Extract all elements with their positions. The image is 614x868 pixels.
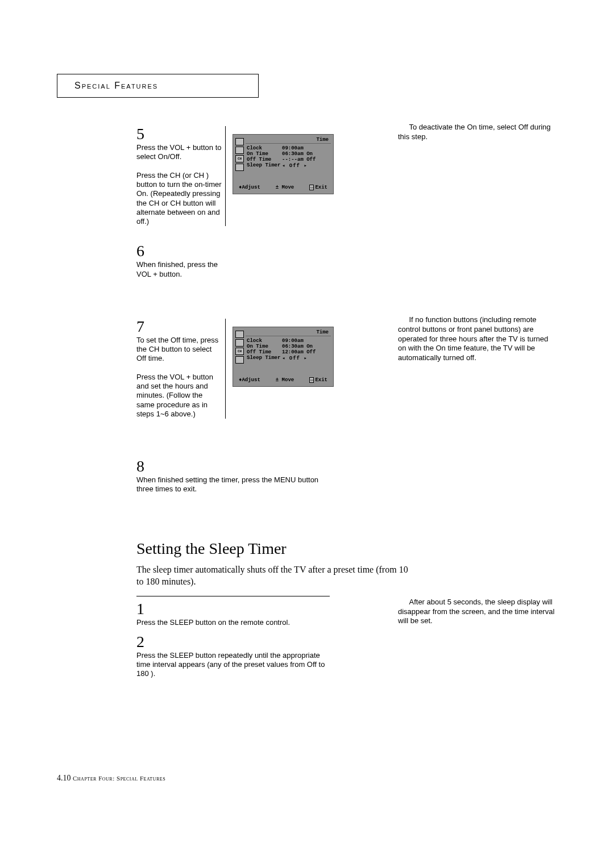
osd-title-row: Time: [246, 137, 331, 144]
osd-title-row: Time: [246, 329, 331, 336]
text: (or: [182, 171, 194, 180]
osd-line: Sleep Timer◂ Off ▸: [246, 355, 331, 361]
osd-main: Time Clock09:00am On Time06:30am On Off …: [246, 137, 331, 171]
osd-value: 06:30am On: [282, 151, 313, 157]
text: Press the: [136, 143, 170, 152]
section-title: Setting the Sleep Timer: [136, 540, 557, 558]
osd-title: Time: [316, 137, 329, 143]
osd-icon: [235, 138, 244, 145]
chapter-header-box: Special Features: [57, 74, 259, 98]
osd-exit: ▭Exit: [309, 377, 327, 383]
osd-value: 12:00am Off: [282, 349, 316, 355]
osd-icon: [235, 164, 244, 171]
text: Press the: [136, 171, 170, 180]
osd-line: Clock09:00am: [246, 338, 331, 344]
osd-label: Clock: [247, 338, 282, 344]
osd-line: On Time06:30am On: [246, 344, 331, 349]
osd-sidebar-icons: CH: [235, 329, 244, 364]
step-6-text: 6 When finished, press the VOL + button.: [136, 243, 225, 279]
footer-chapter: Chapter Four: Special Features: [73, 775, 165, 782]
sleep-steps: 1 Press the SLEEP button on the remote c…: [136, 601, 333, 679]
text: To set the Off time, press the CH button…: [136, 336, 218, 363]
osd-value: 06:30am On: [282, 344, 313, 349]
step-7-row: 7 To set the Off time, press the CH butt…: [136, 319, 557, 419]
text: CH: [170, 171, 182, 180]
osd-label: On Time: [247, 344, 282, 349]
step-8-text: 8 When finished setting the timer, press…: [136, 458, 333, 494]
step-number: 2: [136, 634, 330, 650]
osd-line: Off Time12:00am Off: [246, 349, 331, 355]
page-number: 4.10: [57, 774, 71, 782]
osd-value: ◂ Off ▸: [282, 355, 308, 361]
step-7-text: 7 To set the Off time, press the CH butt…: [136, 319, 226, 419]
osd-icon: CH: [235, 155, 244, 162]
osd-icon: [235, 147, 244, 154]
section-lead: The sleep timer automatically shuts off …: [136, 564, 409, 588]
note-1: To deactivate the On time, select Off du…: [398, 123, 557, 142]
osd-icon: [235, 356, 244, 364]
osd-footer: ♦Adjust ± Move ▭Exit: [235, 373, 331, 384]
step-number: 8: [136, 458, 330, 474]
content-area: 5 Press the VOL + button to select On/Of…: [136, 126, 557, 679]
step-5-text: 5 Press the VOL + button to select On/Of…: [136, 126, 226, 226]
osd-label: Sleep Timer: [247, 355, 282, 361]
text: Press the SLEEP button repeatedly until …: [136, 651, 325, 678]
page-footer: 4.10 Chapter Four: Special Features: [57, 774, 165, 783]
osd-value: 09:00am: [282, 145, 304, 151]
osd-panel: CH Time Clock09:00am On Time06:30am On O…: [233, 327, 334, 387]
osd-2: CH Time Clock09:00am On Time06:30am On O…: [233, 327, 335, 387]
osd-sidebar-icons: CH: [235, 137, 244, 171]
osd-exit-label: Exit: [315, 185, 327, 190]
step-number: 7: [136, 319, 222, 335]
osd-icon: [235, 339, 244, 347]
osd-line: On Time06:30am On: [246, 151, 331, 157]
osd-value: ◂ Off ▸: [282, 162, 308, 169]
step-number: 1: [136, 601, 330, 617]
osd-footer: ♦Adjust ± Move ▭Exit: [235, 180, 331, 191]
osd-exit: ▭Exit: [309, 185, 327, 190]
note-2: If no function buttons (including remote…: [398, 315, 557, 363]
text: Press the VOL + button and set the hours…: [136, 373, 213, 418]
osd-exit-label: Exit: [315, 377, 327, 383]
step-5-row: 5 Press the VOL + button to select On/Of…: [136, 126, 557, 226]
page: Special Features 5 Press the VOL + butto…: [0, 0, 614, 868]
osd-panel: CH Time Clock09:00am On Time06:30am On O…: [233, 134, 334, 194]
osd-adjust: ♦Adjust: [239, 377, 260, 383]
step-8-row: 8 When finished setting the timer, press…: [136, 458, 557, 494]
osd-icon: [235, 331, 244, 338]
note-3: After about 5 seconds, the sleep display…: [398, 598, 557, 627]
step-number: 5: [136, 126, 222, 142]
chapter-header: Special Features: [74, 81, 158, 91]
text: VOL +: [170, 143, 191, 152]
rule: [136, 596, 330, 596]
osd-label: On Time: [247, 151, 282, 157]
osd-value: --:--am Off: [282, 157, 316, 162]
osd-top: CH Time Clock09:00am On Time06:30am On O…: [235, 329, 331, 364]
osd-label: Off Time: [247, 157, 282, 162]
text: When finished setting the timer, press t…: [136, 475, 318, 493]
osd-icon: CH: [235, 348, 244, 355]
osd-exit-box: ▭: [309, 185, 314, 190]
osd-label: Sleep Timer: [247, 162, 282, 169]
osd-main: Time Clock09:00am On Time06:30am On Off …: [246, 329, 331, 364]
step-6-row: 6 When finished, press the VOL + button.: [136, 243, 557, 279]
osd-top: CH Time Clock09:00am On Time06:30am On O…: [235, 137, 331, 171]
step-number: 6: [136, 243, 222, 259]
osd-label: Clock: [247, 145, 282, 151]
text: Press the SLEEP button on the remote con…: [136, 618, 290, 627]
osd-title: Time: [316, 329, 329, 335]
osd-line: Sleep Timer◂ Off ▸: [246, 162, 331, 169]
osd-adjust: ♦Adjust: [239, 185, 260, 190]
osd-move: ± Move: [276, 185, 294, 190]
text: CH: [193, 171, 206, 180]
osd-1: CH Time Clock09:00am On Time06:30am On O…: [233, 134, 335, 194]
osd-line: Off Time--:--am Off: [246, 157, 331, 162]
osd-value: 09:00am: [282, 338, 304, 344]
osd-move: ± Move: [276, 377, 294, 383]
osd-exit-box: ▭: [309, 377, 314, 383]
osd-label: Off Time: [247, 349, 282, 355]
text: CH: [149, 199, 161, 207]
sleep-steps-row: 1 Press the SLEEP button on the remote c…: [136, 601, 557, 679]
text: When finished, press the VOL + button.: [136, 260, 218, 278]
osd-line: Clock09:00am: [246, 145, 331, 151]
